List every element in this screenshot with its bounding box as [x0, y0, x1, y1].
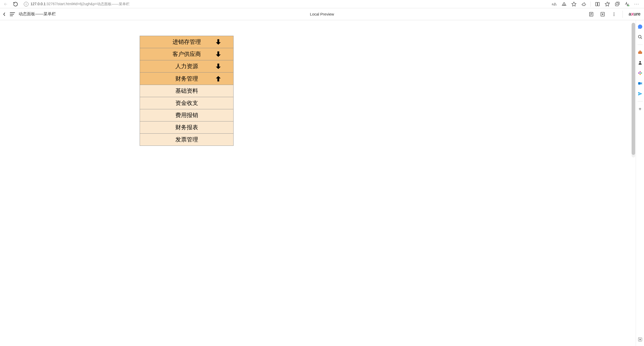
split-screen-icon[interactable] — [594, 1, 601, 7]
site-info-icon[interactable]: i — [24, 2, 28, 6]
favorites-bar-icon[interactable] — [604, 1, 610, 7]
submenu-item-expense[interactable]: 费用报销 — [140, 109, 233, 121]
performance-icon[interactable] — [624, 1, 630, 7]
svg-point-9 — [638, 35, 641, 38]
submenu-item-basics[interactable]: 基础资料 — [140, 85, 233, 97]
outlook-icon[interactable] — [637, 81, 643, 86]
svg-point-7 — [614, 14, 615, 15]
svg-point-3 — [628, 5, 629, 6]
svg-point-13 — [639, 71, 641, 73]
send-icon[interactable] — [637, 91, 643, 97]
submenu-item-invoice[interactable]: 发票管理 — [140, 133, 233, 146]
browser-toolbar: i 127.0.0.1:32767/start.html#id=6j2ugh&p… — [0, 0, 644, 8]
svg-point-15 — [639, 74, 641, 75]
axure-header: 动态面板——菜单栏 Local Preview axure — [0, 8, 644, 20]
arrow-down-icon — [215, 51, 222, 58]
submenu-item-reports[interactable]: 财务报表 — [140, 121, 233, 133]
separator — [590, 2, 591, 7]
snip-icon[interactable] — [637, 337, 643, 342]
menu-header-label: 进销存管理 — [173, 38, 201, 46]
refresh-button[interactable] — [12, 1, 19, 8]
canvas: 进销存管理 客户供应商 人力资源 财务管理 — [0, 20, 636, 346]
scrollbar-thumb[interactable] — [632, 23, 635, 155]
menu-header-label: 财务管理 — [175, 75, 198, 83]
address-bar[interactable]: i 127.0.0.1:32767/start.html#id=6j2ugh&p… — [22, 1, 549, 8]
menu-header-label: 人力资源 — [175, 62, 198, 70]
svg-rect-17 — [638, 82, 640, 85]
toolbar-icons: aあ ··· — [551, 1, 642, 7]
separator — [638, 45, 643, 45]
arrow-down-icon — [215, 38, 222, 46]
collapse-sidebar-icon[interactable] — [3, 10, 6, 18]
tools-icon[interactable] — [637, 49, 643, 55]
accordion-menu: 进销存管理 客户供应商 人力资源 财务管理 — [140, 36, 234, 146]
back-button[interactable] — [2, 1, 9, 8]
search-sidebar-icon[interactable] — [637, 34, 643, 40]
separator — [623, 11, 623, 18]
url-text: 127.0.0.1:32767/start.html#id=6j2ugh&p=动… — [31, 2, 130, 6]
separator — [638, 101, 643, 102]
workspace: 进销存管理 客户供应商 人力资源 财务管理 — [0, 20, 644, 346]
menu-header-finance[interactable]: 财务管理 — [140, 73, 233, 85]
submenu-finance: 基础资料 资金收支 费用报销 财务报表 发票管理 — [140, 85, 233, 146]
arrow-down-icon — [215, 63, 222, 70]
svg-point-11 — [639, 61, 641, 63]
notes-icon[interactable] — [588, 11, 594, 17]
collections-icon[interactable] — [614, 1, 620, 7]
submenu-item-funds[interactable]: 资金收支 — [140, 97, 233, 109]
menu-header-inventory[interactable]: 进销存管理 — [140, 36, 233, 48]
chat-icon[interactable] — [637, 24, 643, 30]
preview-label: Local Preview — [310, 12, 334, 16]
svg-point-16 — [638, 73, 639, 74]
read-aloud-icon[interactable] — [561, 1, 567, 7]
edge-sidebar: + — [636, 20, 644, 346]
more-icon[interactable]: ··· — [634, 1, 640, 7]
menu-header-label: 客户供应商 — [173, 50, 201, 58]
svg-rect-0 — [596, 2, 597, 6]
menu-icon[interactable] — [10, 12, 15, 16]
variables-icon[interactable] — [600, 11, 605, 17]
translate-icon[interactable]: aあ — [551, 1, 557, 7]
kebab-menu-icon[interactable] — [611, 11, 617, 17]
flower-icon[interactable] — [637, 70, 643, 76]
menu-header-hr[interactable]: 人力资源 — [140, 60, 233, 73]
svg-point-14 — [641, 73, 642, 74]
arrow-up-icon — [215, 75, 222, 82]
svg-point-12 — [639, 73, 641, 74]
svg-rect-1 — [598, 2, 600, 6]
svg-point-6 — [614, 12, 615, 13]
svg-rect-10 — [638, 52, 642, 54]
page-title: 动态面板——菜单栏 — [19, 11, 56, 17]
menu-header-customers[interactable]: 客户供应商 — [140, 48, 233, 60]
favorite-icon[interactable] — [571, 1, 577, 7]
person-icon[interactable] — [637, 60, 643, 66]
axure-logo[interactable]: axure — [628, 11, 640, 17]
add-icon[interactable]: + — [637, 106, 643, 112]
svg-point-8 — [614, 15, 615, 16]
extensions-icon[interactable] — [581, 1, 587, 7]
